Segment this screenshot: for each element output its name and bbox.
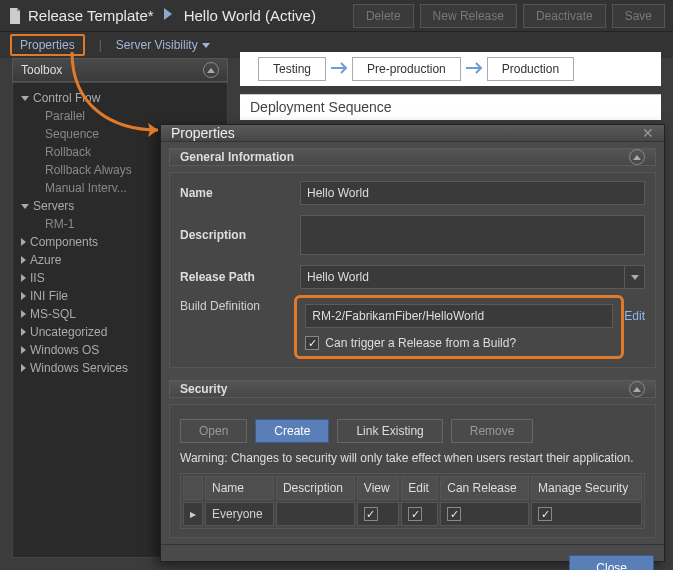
grid-checkbox[interactable]: ✓ xyxy=(447,507,461,521)
workflow-stage[interactable]: Production xyxy=(487,57,574,81)
deactivate-button[interactable]: Deactivate xyxy=(523,4,606,28)
grid-checkbox[interactable]: ✓ xyxy=(364,507,378,521)
link-existing-button[interactable]: Link Existing xyxy=(337,419,442,443)
toolbox-title: Toolbox xyxy=(21,63,62,77)
name-label: Name xyxy=(180,186,300,200)
arrow-right-icon xyxy=(330,60,348,78)
tree-item[interactable]: Parallel xyxy=(17,107,223,125)
tree-group-label: Azure xyxy=(30,253,61,267)
triangle-right-icon xyxy=(21,310,26,318)
chevron-down-icon[interactable] xyxy=(625,265,645,289)
triangle-right-icon xyxy=(21,292,26,300)
create-button[interactable]: Create xyxy=(255,419,329,443)
tree-group-label: Components xyxy=(30,235,98,249)
triangle-down-icon xyxy=(21,204,29,209)
arrow-right-icon xyxy=(465,60,483,78)
description-label: Description xyxy=(180,228,300,242)
triangle-right-icon xyxy=(21,328,26,336)
section-title: General Information xyxy=(180,150,294,164)
cell-name: Everyone xyxy=(205,502,274,526)
col-manage: Manage Security xyxy=(531,476,642,500)
triangle-right-icon xyxy=(21,238,26,246)
tree-group-label: INI File xyxy=(30,289,68,303)
panel-title: Properties xyxy=(171,125,235,141)
triangle-right-icon xyxy=(21,274,26,282)
trigger-checkbox[interactable]: ✓ xyxy=(305,336,319,350)
release-path-select[interactable]: Hello World xyxy=(300,265,625,289)
properties-link[interactable]: Properties xyxy=(10,34,85,56)
toolbox-header: Toolbox xyxy=(12,58,228,82)
server-visibility-link[interactable]: Server Visibility xyxy=(116,38,210,52)
tree-group-label: IIS xyxy=(30,271,45,285)
properties-panel: Properties ✕ General Information Name De… xyxy=(160,124,665,562)
triangle-right-icon xyxy=(21,364,26,372)
col-name: Name xyxy=(205,476,274,500)
tree-group[interactable]: Control Flow xyxy=(17,89,223,107)
workflow-stage[interactable]: Pre-production xyxy=(352,57,461,81)
col-canrelease: Can Release xyxy=(440,476,529,500)
section-header-security[interactable]: Security xyxy=(169,380,656,398)
tree-group-label: Windows OS xyxy=(30,343,99,357)
collapse-icon[interactable] xyxy=(203,62,219,78)
build-definition-input[interactable] xyxy=(305,304,613,328)
tree-group-label: Control Flow xyxy=(33,91,100,105)
description-input[interactable] xyxy=(300,215,645,255)
workflow-stage[interactable]: Testing xyxy=(258,57,326,81)
page-title: Release Template* xyxy=(28,7,154,24)
triangle-right-icon xyxy=(21,346,26,354)
section-title: Security xyxy=(180,382,227,396)
row-selector[interactable]: ▸ xyxy=(183,502,203,526)
grid-checkbox[interactable]: ✓ xyxy=(408,507,422,521)
delete-button[interactable]: Delete xyxy=(353,4,414,28)
server-visibility-label: Server Visibility xyxy=(116,38,198,52)
trigger-label: Can trigger a Release from a Build? xyxy=(325,336,516,350)
build-definition-highlight: ✓ Can trigger a Release from a Build? xyxy=(294,295,624,359)
collapse-icon[interactable] xyxy=(629,381,645,397)
close-button[interactable]: Close xyxy=(569,555,654,570)
close-icon[interactable]: ✕ xyxy=(642,125,654,141)
build-definition-label: Build Definition xyxy=(180,299,296,313)
table-row[interactable]: ▸Everyone✓✓✓✓ xyxy=(183,502,642,526)
name-input[interactable] xyxy=(300,181,645,205)
cell-desc xyxy=(276,502,355,526)
top-bar: Release Template* Hello World (Active) D… xyxy=(0,0,673,32)
release-path-label: Release Path xyxy=(180,270,300,284)
chevron-down-icon xyxy=(202,43,210,48)
deployment-sequence-header: Deployment Sequence xyxy=(240,94,661,120)
open-button[interactable]: Open xyxy=(180,419,247,443)
triangle-right-icon xyxy=(21,256,26,264)
tree-group-label: MS-SQL xyxy=(30,307,76,321)
col-desc: Description xyxy=(276,476,355,500)
security-warning: Warning: Changes to security will only t… xyxy=(180,451,645,465)
new-release-button[interactable]: New Release xyxy=(420,4,517,28)
col-edit: Edit xyxy=(401,476,438,500)
panel-footer: Close xyxy=(161,544,664,570)
save-button[interactable]: Save xyxy=(612,4,665,28)
security-grid: Name Description View Edit Can Release M… xyxy=(180,473,645,529)
section-body-general: Name Description Release Path Hello Worl… xyxy=(169,172,656,368)
breadcrumb-separator xyxy=(164,8,174,23)
remove-button[interactable]: Remove xyxy=(451,419,534,443)
document-icon xyxy=(8,8,22,24)
grid-checkbox[interactable]: ✓ xyxy=(538,507,552,521)
tree-group-label: Servers xyxy=(33,199,74,213)
col-view: View xyxy=(357,476,399,500)
edit-link[interactable]: Edit xyxy=(624,309,645,323)
panel-header: Properties ✕ xyxy=(161,125,664,142)
section-body-security: Open Create Link Existing Remove Warning… xyxy=(169,404,656,538)
tree-group-label: Windows Services xyxy=(30,361,128,375)
workflow-stages: TestingPre-productionProduction xyxy=(240,52,661,86)
section-header-general[interactable]: General Information xyxy=(169,148,656,166)
breadcrumb-active[interactable]: Hello World (Active) xyxy=(184,7,316,24)
triangle-down-icon xyxy=(21,96,29,101)
tree-group-label: Uncategorized xyxy=(30,325,107,339)
collapse-icon[interactable] xyxy=(629,149,645,165)
